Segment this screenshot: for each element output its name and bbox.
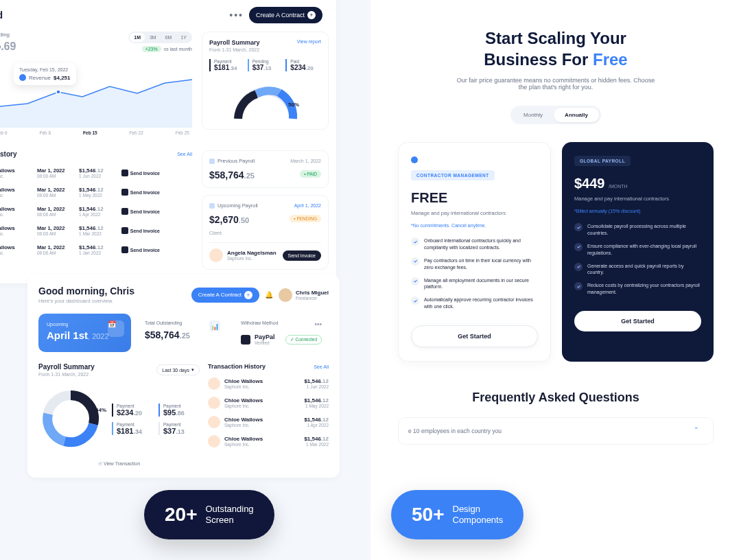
svg-point-0 [56,90,60,94]
transaction-history-card: Transaction HistorySee All Chloe Wallows… [208,363,329,467]
history-row: Wallowse Inc. Mar 1, 202208:00 AM $1,546… [0,240,192,259]
toggle-monthly[interactable]: Monthly [513,108,554,122]
payroll-summary-card: Payroll Summary From 1-31 March, 2022 Vi… [202,32,329,130]
create-contract-button[interactable]: Create A Contract+ [191,288,259,303]
feature-item: Manage all employment documents in our s… [411,277,538,291]
withdraw-card: Withdraw Method••• PayPalVerified ✓ Conn… [234,314,329,352]
invoice-icon [121,170,128,176]
check-icon [574,243,583,251]
plan-global-payroll: GLOBAL PAYROLL $449 /MONTH Manage and pa… [562,142,714,361]
check-icon [411,296,419,305]
chart-tooltip: Tuesday, Feb 15, 2022 Revenue$4,251 [14,63,76,85]
plus-icon: + [307,11,316,19]
upcoming-payroll-card: Upcoming PayrollApril 1, 2022 $2,670.50 … [202,195,329,270]
avatar [208,416,220,428]
transaction-row: Chloe WallowsSaphore Inc. $1,546.121 Jun… [208,374,329,393]
plan-tag: CONTRACTOR MANAGEMENT [411,170,495,180]
avatar [209,248,223,262]
chevron-up-icon: ⌃ [694,426,703,436]
tab-1m[interactable]: 1M [130,33,145,42]
more-icon[interactable]: ••• [314,320,322,328]
toggle-annually[interactable]: Annually [554,108,599,122]
see-all-link[interactable]: See All [314,364,329,369]
get-started-button[interactable]: Get Started [574,311,701,331]
bell-icon[interactable]: 🔔 [265,291,273,299]
payroll-summary-card-2: Payroll SummaryFrom 1-31 March, 2022 Las… [38,363,200,467]
avatar [208,397,220,409]
connected-badge: ✓ Connected [285,335,322,345]
avatar [208,377,220,390]
outstanding-card: 📊 Total Outstanding $58,764.25 [138,314,227,352]
tab-3m[interactable]: 3M [145,33,161,42]
upcoming-card: 📅 Upcoming April 1st, 2022 [38,314,131,352]
avatar [208,435,220,447]
pricing-subtitle: Our fair price guarantee means no commit… [453,77,659,91]
previous-payroll-card: Previous PayrollMarch 1, 2022 $58,764.25… [202,150,329,188]
bar-icon [209,159,215,164]
see-all-link[interactable]: See All [177,152,192,156]
plan-contractor: CONTRACTOR MANAGEMENT FREE Manage and pa… [398,142,551,361]
send-invoice-button[interactable]: Send Invoice [283,250,321,261]
send-invoice-button[interactable]: Send Invoice [117,227,160,234]
invoice-icon [121,189,128,196]
summary-title: Payroll Summary [209,39,260,46]
outstanding-value: 5.69 [0,38,16,54]
transaction-row: Chloe WallowsSaphore Inc. $1,546.121 Apr… [208,412,329,432]
avatar [279,288,292,302]
plan-price: $449 /MONTH [574,176,701,191]
calendar-icon [209,203,215,209]
pending-badge: • PENDING [290,215,321,222]
transaction-row: Chloe WallowsSaphore Inc. $1,546.121 Mar… [208,432,329,451]
invoice-icon [121,227,128,234]
plan-tag: GLOBAL PAYROLL [574,156,631,166]
view-report-link[interactable]: View report [297,39,321,44]
dot-icon [19,74,26,81]
check-icon [574,263,583,271]
dashboard-bottom: Good morning, Chris Here's your dashboar… [27,275,340,478]
view-transaction-link[interactable]: ☉ View Transaction [38,461,200,467]
check-icon [574,223,583,231]
billing-toggle[interactable]: Monthly Annually [510,106,601,124]
send-invoice-button[interactable]: Send Invoice [117,189,160,196]
feature-item: Consolidate payroll processing across mu… [574,223,701,237]
period-tabs[interactable]: 1M 3M 6M 1Y [128,32,192,43]
plus-icon: + [244,291,252,299]
faq-title: Frequently Asked Questions [398,390,714,405]
feature-item: Ensure compliance with ever-changing loc… [574,243,701,257]
invoice-icon [121,208,128,215]
stat-pill-screens: 20+ OutstandingScreen [144,490,274,539]
outstanding-label: anding [0,32,16,38]
x-axis: Feb 6Feb 8Feb 15Feb 22Feb 25 [0,130,192,135]
feature-item: Reduce costs by centralizing your contra… [574,282,701,296]
send-invoice-button[interactable]: Send Invoice [117,208,160,215]
get-started-button[interactable]: Get Started [411,325,538,347]
paid-badge: • PAID [300,170,321,178]
user-chip[interactable]: Chris MiguelFreelancer [279,288,329,302]
revenue-line-chart: Tuesday, Feb 15, 2022 Revenue$4,251 [0,59,192,128]
dashboard-title: rd [0,10,3,21]
dashboard-top: rd ••• Create A Contract+ anding 5.69 1M… [0,0,336,283]
check-icon [411,277,419,285]
donut-chart: 50% [209,81,321,122]
more-icon[interactable]: ••• [229,10,244,21]
history-row: Wallowse Inc. Mar 1, 202208:00 AM $1,546… [0,202,192,221]
feature-item: Pay contractors on time in their local c… [411,257,538,271]
send-invoice-button[interactable]: Send Invoice [117,170,160,176]
faq-item[interactable]: e 10 employees in each country you ⌃ [398,417,714,445]
create-contract-button[interactable]: Create A Contract+ [249,7,322,23]
chart-icon: 📊 [209,320,220,331]
pricing-title: Start Scaling YourBusiness For Free [398,27,714,70]
plan-price: FREE [411,190,538,206]
transaction-row: Chloe WallowsSaphore Inc. $1,546.121 May… [208,393,329,412]
paypal-icon [241,335,250,345]
tab-1y[interactable]: 1Y [176,33,191,42]
greeting: Good morning, Chris [38,285,134,296]
donut-chart-2: 54% [38,386,104,452]
send-invoice-button[interactable]: Send Invoice [117,246,160,253]
range-dropdown[interactable]: Last 30 days ▾ [156,364,200,375]
tab-6m[interactable]: 6M [161,33,176,42]
invoice-icon [121,246,128,253]
pricing-section: Start Scaling YourBusiness For Free Our … [370,0,741,560]
trend-badge: +23% [142,46,161,52]
history-row: Wallowse Inc. Mar 1, 202208:00 AM $1,546… [0,163,192,183]
